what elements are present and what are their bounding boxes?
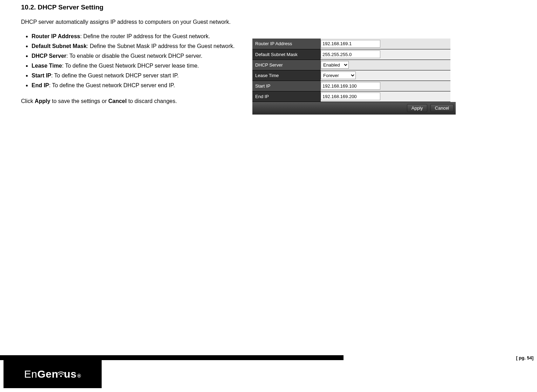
term-desc: : Define the Subnet Mask IP address for … [87, 43, 234, 49]
term-label: Lease Time [32, 63, 62, 69]
router-ip-label: Router IP Address [252, 39, 321, 49]
brand-logo: EnGen us® [4, 360, 102, 388]
apply-word: Apply [35, 98, 50, 104]
table-row: Default Subnet Mask [252, 49, 450, 60]
actions-text: Click Apply to save the settings or Canc… [21, 98, 238, 104]
term-label: End IP [32, 82, 49, 88]
lease-time-label: Lease Time [252, 70, 321, 81]
router-ip-input[interactable] [321, 40, 380, 48]
svg-point-0 [60, 376, 62, 377]
dhcp-server-select[interactable]: Enabled [321, 61, 349, 69]
term-label: DHCP Server [32, 53, 66, 59]
dhcp-server-label: DHCP Server [252, 60, 321, 70]
cancel-word: Cancel [108, 98, 127, 104]
term-label: Router IP Address [32, 33, 80, 39]
actions-prefix: Click [21, 98, 35, 104]
end-ip-label: End IP [252, 91, 321, 102]
page-footer: EnGen us® [ pg. 54] [0, 355, 537, 392]
footer-bar [0, 355, 344, 360]
list-item: Start IP: To define the Guest network DH… [32, 71, 238, 81]
list-item: End IP: To define the Guest network DHCP… [32, 81, 238, 90]
lease-time-select[interactable]: Forever [321, 71, 356, 79]
start-ip-label: Start IP [252, 81, 321, 91]
table-row: Router IP Address [252, 39, 450, 49]
subnet-label: Default Subnet Mask [252, 49, 321, 60]
actions-mid: to save the settings or [50, 98, 108, 104]
end-ip-input[interactable] [321, 92, 380, 100]
page-number: [ pg. 54] [516, 355, 533, 360]
actions-suffix: to discard changes. [127, 98, 177, 104]
list-item: Router IP Address: Define the router IP … [32, 32, 238, 41]
cancel-button[interactable]: Cancel [430, 104, 454, 112]
term-desc: : To enable or disable the Guest network… [66, 53, 202, 59]
list-item: Default Subnet Mask: Define the Subnet M… [32, 41, 238, 51]
term-desc: : To define the Guest network DHCP serve… [49, 82, 175, 88]
term-label: Start IP [32, 73, 51, 78]
table-row: Start IP [252, 81, 450, 91]
term-label: Default Subnet Mask [32, 43, 87, 49]
intro-text: DHCP server automatically assigns IP add… [21, 19, 516, 25]
start-ip-input[interactable] [321, 82, 380, 90]
table-row: Lease Time Forever [252, 70, 450, 81]
term-desc: : Define the router IP address for the G… [80, 33, 210, 39]
wifi-icon [57, 371, 64, 378]
term-desc: : To define the Guest Network DHCP serve… [62, 63, 199, 69]
apply-button[interactable]: Apply [407, 104, 428, 112]
dhcp-settings-table: Router IP Address Default Subnet Mask DH… [252, 39, 450, 102]
table-row: DHCP Server Enabled [252, 60, 450, 70]
section-heading: 10.2. DHCP Server Setting [21, 4, 516, 11]
subnet-input[interactable] [321, 50, 380, 58]
list-item: DHCP Server: To enable or disable the Gu… [32, 51, 238, 61]
table-row: End IP [252, 91, 450, 102]
definitions-list: Router IP Address: Define the router IP … [21, 32, 238, 90]
list-item: Lease Time: To define the Guest Network … [32, 61, 238, 71]
term-desc: : To define the Guest network DHCP serve… [51, 73, 179, 78]
button-row: Apply Cancel [252, 102, 456, 115]
